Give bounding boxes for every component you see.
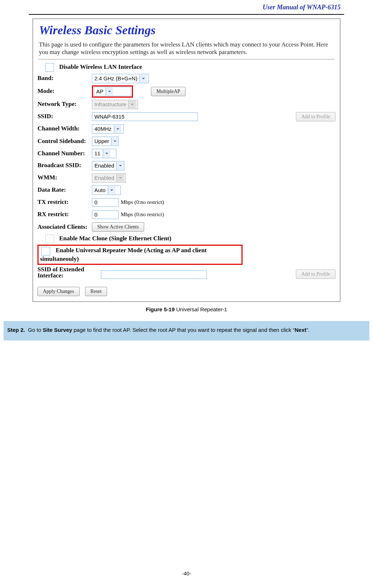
step-text-c: ”.: [306, 327, 310, 333]
step-text-a: Go to: [28, 327, 43, 333]
chevron-down-icon: [106, 88, 113, 95]
mac-clone-label: Enable Mac Clone (Single Ethernet Client…: [59, 235, 171, 241]
data-rate-label: Data Rate:: [37, 187, 92, 193]
control-sideband-row: Control Sideband: Upper: [37, 136, 336, 147]
button-row: Apply Changes Reset: [37, 287, 336, 296]
figure-description: This page is used to configure the param…: [39, 41, 334, 56]
assoc-label: Associated Clients:: [37, 224, 92, 230]
divider: [29, 14, 344, 15]
channel-width-label: Channel Width:: [37, 125, 92, 132]
band-row: Band: 2.4 GHz (B+G+N): [37, 73, 336, 84]
caption-bold: Figure 5-19: [146, 306, 175, 312]
show-active-clients-button[interactable]: Show Active Clients: [92, 222, 144, 232]
tx-input[interactable]: [92, 198, 119, 207]
broadcast-ssid-row: Broadcast SSID: Enabled: [37, 160, 336, 171]
channel-number-label: Channel Number:: [37, 150, 92, 157]
channel-number-select[interactable]: 11: [92, 149, 116, 158]
wmm-label: WMM:: [37, 174, 92, 181]
broadcast-ssid-select[interactable]: Enabled: [92, 161, 124, 170]
channel-width-select[interactable]: 40MHz: [92, 124, 124, 134]
assoc-row: Associated Clients: Show Active Clients: [37, 222, 336, 232]
chevron-down-icon: [116, 174, 124, 182]
control-sideband-select[interactable]: Upper: [92, 137, 119, 146]
disable-wifi-label: Disable Wireless LAN Interface: [59, 63, 142, 70]
disable-wifi-row: Disable Wireless LAN Interface: [45, 63, 336, 72]
multipleap-button[interactable]: MultipleAP: [151, 87, 186, 96]
add-to-profile-ext-button: Add to Profile: [296, 270, 336, 279]
caption-rest: Universal Repeater-1: [175, 306, 227, 312]
step-text-b: page to find the root AP. Select the roo…: [72, 327, 294, 333]
inner-divider: [38, 59, 335, 59]
wmm-select: Enabled: [92, 173, 126, 183]
ssid-row: SSID: Add to Profile: [37, 111, 336, 122]
step-bold-b: Next: [294, 327, 306, 333]
reset-button[interactable]: Reset: [85, 287, 107, 296]
tx-row: TX restrict: Mbps (0:no restrict): [37, 197, 336, 208]
rx-label: RX restrict:: [37, 211, 92, 218]
ext-ssid-input[interactable]: [101, 270, 207, 279]
network-type-select: Infrastructure: [92, 100, 138, 109]
page-number: -40-: [0, 571, 373, 576]
data-rate-select[interactable]: Auto: [92, 186, 121, 195]
network-type-label: Network Type:: [37, 101, 92, 108]
broadcast-ssid-label: Broadcast SSID:: [37, 162, 92, 169]
chevron-down-icon: [103, 150, 110, 157]
chevron-down-icon: [108, 186, 115, 194]
band-label: Band:: [37, 75, 92, 82]
chevron-down-icon: [114, 125, 121, 133]
figure-title: Wireless Basic Settings: [39, 23, 336, 37]
add-to-profile-button: Add to Profile: [296, 112, 336, 121]
tx-hint: Mbps (0:no restrict): [121, 199, 164, 205]
data-rate-row: Data Rate: Auto: [37, 185, 336, 196]
header-title: User Manual of WNAP-6315: [4, 0, 369, 13]
network-type-row: Network Type: Infrastructure: [37, 99, 336, 110]
figure-caption: Figure 5-19 Universal Repeater-1: [4, 306, 369, 312]
chevron-down-icon: [128, 101, 136, 108]
repeater-label: Enable Universal Repeater Mode (Acting a…: [40, 247, 207, 262]
rx-row: RX restrict: Mbps (0:no restrict): [37, 209, 336, 220]
mode-highlight: AP: [92, 85, 133, 98]
rx-hint: Mbps (0:no restrict): [121, 211, 164, 218]
chevron-down-icon: [116, 162, 124, 170]
mode-row: Mode: AP MultipleAP: [37, 85, 336, 98]
mode-label: Mode:: [37, 88, 92, 95]
wmm-row: WMM: Enabled: [37, 173, 336, 183]
mac-clone-checkbox[interactable]: [45, 235, 54, 243]
control-sideband-label: Control Sideband:: [37, 138, 92, 144]
step-bold-a: Site Survey: [43, 327, 72, 333]
chevron-down-icon: [111, 137, 118, 145]
band-select[interactable]: 2.4 GHz (B+G+N): [92, 74, 149, 83]
ext-ssid-label: SSID of Extended Interface:: [37, 266, 101, 279]
apply-button[interactable]: Apply Changes: [37, 287, 80, 296]
mode-select[interactable]: AP: [94, 87, 131, 96]
ssid-input[interactable]: [92, 112, 198, 121]
channel-width-row: Channel Width: 40MHz: [37, 124, 336, 134]
rx-input[interactable]: [92, 210, 119, 219]
figure-container: Wireless Basic Settings This page is use…: [32, 18, 341, 302]
ssid-label: SSID:: [37, 113, 92, 120]
chevron-down-icon: [139, 75, 147, 83]
repeater-highlight: Enable Universal Repeater Mode (Acting a…: [37, 245, 243, 265]
step-label: Step 2.: [7, 327, 25, 333]
tx-label: TX restrict:: [37, 199, 92, 206]
mac-clone-row: Enable Mac Clone (Single Ethernet Client…: [45, 235, 336, 243]
step-box: Step 2. Go to Site Survey page to find t…: [4, 321, 369, 340]
channel-number-row: Channel Number: 11: [37, 148, 336, 159]
ext-ssid-row: SSID of Extended Interface: Add to Profi…: [37, 266, 336, 279]
repeater-checkbox[interactable]: [41, 247, 50, 255]
disable-wifi-checkbox[interactable]: [45, 63, 54, 72]
